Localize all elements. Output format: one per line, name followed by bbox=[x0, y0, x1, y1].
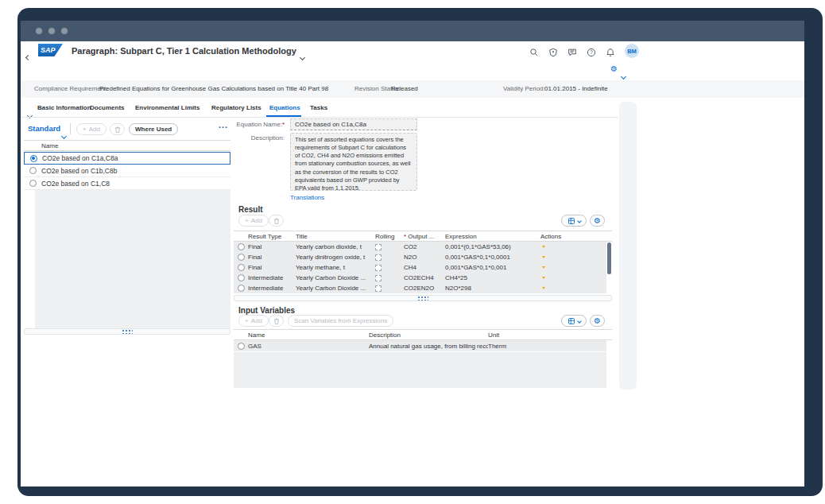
equation-list-header: Name bbox=[24, 140, 230, 151]
page-title: Paragraph: Subpart C, Tier 1 Calculation… bbox=[72, 46, 296, 56]
radio-selected[interactable] bbox=[30, 155, 37, 162]
column-name: Name bbox=[41, 142, 58, 149]
equation-list-item[interactable]: CO2e based on C1,C8 bbox=[24, 177, 230, 190]
equation-name-field[interactable]: CO2e based on C1a,C8a bbox=[290, 118, 417, 130]
window-titlebar bbox=[21, 21, 804, 41]
tab-equations[interactable]: Equations bbox=[269, 104, 300, 111]
assistant-icon[interactable] bbox=[548, 46, 558, 60]
tab-tasks[interactable]: Tasks bbox=[310, 104, 327, 111]
tab-documents[interactable]: Documents bbox=[90, 104, 125, 111]
scan-variables-button[interactable]: Scan Variables from Expressions bbox=[288, 315, 393, 327]
gear-icon: ⚙ bbox=[594, 317, 601, 325]
column-description: Description bbox=[369, 331, 488, 339]
plus-icon: + bbox=[245, 217, 249, 224]
equation-list-item[interactable]: CO2e based on C1b,C8b bbox=[24, 165, 230, 177]
radio-unselected[interactable] bbox=[29, 180, 37, 187]
sap-logo: SAP bbox=[38, 44, 63, 56]
radio-unselected[interactable] bbox=[238, 264, 245, 271]
column-result-type: Result Type bbox=[248, 233, 296, 240]
radio-unselected[interactable] bbox=[238, 343, 245, 350]
equation-name: CO2e based on C1a,C8a bbox=[42, 154, 118, 162]
radio-unselected[interactable] bbox=[238, 285, 245, 292]
window-dot[interactable] bbox=[61, 28, 68, 34]
search-icon[interactable] bbox=[529, 46, 539, 60]
result-add-button[interactable]: +Add bbox=[238, 215, 269, 227]
result-row[interactable]: FinalYearly methane, t CH40,001*GAS*0,1*… bbox=[234, 262, 606, 273]
result-row[interactable]: IntermediateYearly Carbon Dioxide ... CO… bbox=[234, 273, 606, 283]
view-selector[interactable]: Standard bbox=[28, 124, 60, 133]
field-value: 01.01.2015 - Indefinite bbox=[544, 80, 608, 98]
result-row[interactable]: IntermediateYearly Carbon Dioxide ... CO… bbox=[234, 283, 606, 293]
column-expression: Expression bbox=[445, 233, 540, 240]
rolling-checkbox[interactable] bbox=[375, 275, 382, 281]
title-dropdown-icon[interactable] bbox=[300, 48, 304, 63]
tab-environmental-limits[interactable]: Environmental Limits bbox=[135, 104, 199, 111]
notifications-bell-icon[interactable] bbox=[606, 46, 615, 60]
input-variables-delete-button[interactable] bbox=[269, 315, 284, 327]
settings-gear-icon[interactable]: ⚙ bbox=[610, 65, 618, 73]
gear-icon: ⚙ bbox=[594, 217, 601, 225]
input-variables-add-button[interactable]: +Add bbox=[238, 315, 269, 327]
result-row[interactable]: FinalYearly carbon dioxide, t CO20,001*(… bbox=[234, 242, 606, 252]
tab-regulatory-lists[interactable]: Regulatory Lists bbox=[211, 104, 261, 111]
radio-unselected[interactable] bbox=[238, 274, 245, 281]
input-variables-export-button[interactable] bbox=[561, 315, 587, 327]
input-variable-row[interactable]: GAS Annual natural gas usage, from billi… bbox=[234, 340, 606, 351]
rolling-checkbox[interactable] bbox=[375, 265, 382, 271]
result-settings-button[interactable]: ⚙ bbox=[590, 215, 605, 227]
list-add-button[interactable]: +Add bbox=[76, 123, 107, 135]
input-variables-empty-area bbox=[234, 352, 606, 388]
panel-resize-grip[interactable] bbox=[24, 328, 230, 335]
rolling-checkbox[interactable] bbox=[375, 254, 382, 261]
equation-name: CO2e based on C1b,C8b bbox=[41, 167, 117, 175]
result-table-scrollbar[interactable] bbox=[607, 242, 611, 274]
app-content: SAP Paragraph: Subpart C, Tier 1 Calcula… bbox=[21, 41, 804, 487]
svg-text:?: ? bbox=[590, 49, 593, 55]
feedback-icon[interactable] bbox=[567, 46, 577, 60]
field-value: Predefined Equations for Greenhouse Gas … bbox=[99, 80, 328, 98]
field-label: Validity Period: bbox=[503, 80, 545, 98]
plus-icon: + bbox=[245, 317, 249, 324]
column-name: Name bbox=[248, 331, 369, 339]
collapse-header-icon[interactable] bbox=[28, 107, 32, 121]
toolbar-divider bbox=[70, 123, 71, 134]
where-used-button[interactable]: Where Used bbox=[129, 123, 178, 135]
object-header-bar: Compliance Requirement: Predefined Equat… bbox=[21, 80, 804, 98]
result-delete-button[interactable] bbox=[269, 215, 284, 227]
window-dot[interactable] bbox=[48, 28, 55, 34]
result-section-title: Result bbox=[238, 205, 263, 214]
description-field[interactable]: This set of assorted equations covers th… bbox=[290, 133, 417, 191]
list-delete-button[interactable] bbox=[110, 123, 125, 135]
sap-logo-text: SAP bbox=[41, 46, 56, 54]
radio-unselected[interactable] bbox=[238, 254, 245, 261]
tab-basic-information[interactable]: Basic Information bbox=[37, 104, 91, 111]
window-dot[interactable] bbox=[36, 28, 42, 34]
user-avatar[interactable]: BM bbox=[625, 44, 639, 58]
export-icon bbox=[567, 317, 575, 325]
back-button[interactable] bbox=[26, 48, 30, 63]
page-scrollbar-track[interactable] bbox=[619, 102, 637, 390]
translations-link[interactable]: Translations bbox=[290, 194, 324, 201]
grip-dots-icon bbox=[417, 296, 428, 300]
result-row[interactable]: FinalYearly dinitrogen oxide, t N2O0,001… bbox=[234, 252, 606, 262]
column-output: * Output ... bbox=[404, 233, 445, 240]
result-resize-grip[interactable] bbox=[234, 295, 612, 301]
help-icon[interactable]: ? bbox=[587, 46, 596, 60]
equation-list-empty-area bbox=[35, 190, 230, 328]
equation-name: CO2e based on C1,C8 bbox=[41, 180, 110, 188]
radio-unselected[interactable] bbox=[29, 167, 37, 174]
description-label: Description: bbox=[211, 134, 285, 142]
radio-unselected[interactable] bbox=[238, 243, 245, 250]
equation-list-item[interactable]: CO2e based on C1a,C8a bbox=[24, 152, 230, 165]
tabbar-divider bbox=[21, 117, 618, 118]
browser-window: SAP Paragraph: Subpart C, Tier 1 Calcula… bbox=[17, 8, 823, 496]
equation-name-label: Equation Name:* bbox=[211, 121, 285, 128]
rolling-checkbox[interactable] bbox=[375, 285, 382, 292]
input-variables-settings-button[interactable]: ⚙ bbox=[590, 315, 605, 327]
result-table-header: Result Type Title Rolling * Output ... E… bbox=[234, 231, 612, 242]
result-export-button[interactable] bbox=[561, 215, 587, 227]
rolling-checkbox[interactable] bbox=[375, 244, 382, 250]
input-variables-header: Name Description Unit bbox=[234, 329, 612, 340]
grip-dots-icon bbox=[122, 329, 133, 334]
input-variables-section-title: Input Variables bbox=[238, 306, 295, 315]
